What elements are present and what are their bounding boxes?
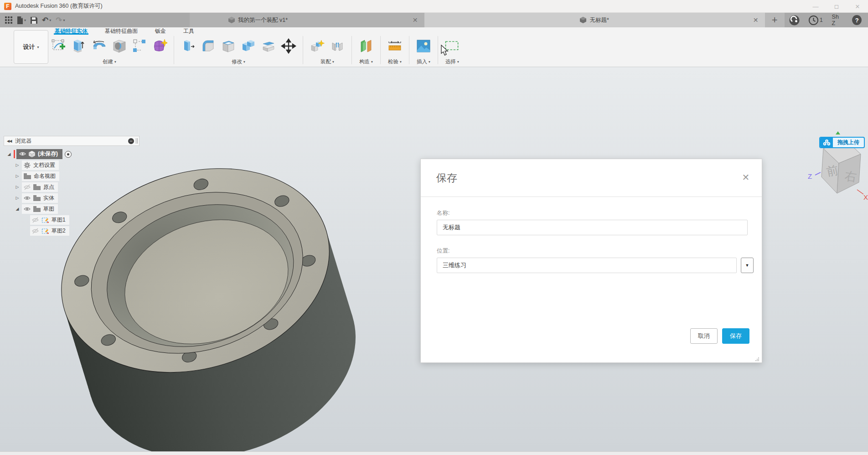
save-button[interactable]: 保存 (722, 328, 749, 344)
create-group-label[interactable]: 创建▾ (103, 58, 116, 65)
undo-icon[interactable]: ↶▾ (41, 16, 52, 25)
ribbon-separator (409, 36, 409, 64)
root-node-chip[interactable]: (未保存) (16, 149, 62, 159)
cancel-button[interactable]: 取消 (690, 328, 718, 344)
panel-grip[interactable] (136, 138, 138, 144)
fusion360-app: { "window": { "title": "Autodesk Fusion … (0, 0, 868, 455)
tree-row-root[interactable]: ◢ (未保存) (6, 149, 72, 160)
drag-upload-label: 拖拽上传 (833, 138, 864, 147)
move-icon[interactable] (280, 38, 297, 54)
notifications-cluster[interactable]: 1 (809, 16, 823, 25)
tab-document-1-close-icon[interactable]: ✕ (412, 16, 419, 24)
name-field-label: 名称: (437, 209, 450, 217)
drag-upload-button[interactable]: 拖拽上传 (819, 137, 865, 148)
collapsed-triangle-icon[interactable]: ▷ (15, 163, 20, 167)
tree-row-document-settings[interactable]: ▷ 文档设置 (6, 160, 72, 171)
hole-icon[interactable] (111, 38, 128, 54)
revolve-icon[interactable] (91, 38, 108, 54)
expanded-triangle-icon[interactable]: ◢ (6, 152, 12, 156)
press-pull-icon[interactable] (180, 38, 196, 54)
expanded-triangle-icon[interactable]: ◢ (15, 207, 20, 211)
eye-slash-icon[interactable] (32, 228, 39, 234)
construct-group-label[interactable]: 构造▾ (359, 58, 373, 65)
eye-icon[interactable] (24, 206, 31, 212)
tree-row-named-views[interactable]: ▷ 命名视图 (6, 171, 72, 181)
workspace-selector-button[interactable]: 设计 ▾ (14, 30, 48, 64)
ribbon-tabs: 基础特征实体 基础特征曲面 钣金 工具 (54, 27, 195, 35)
collapsed-triangle-icon[interactable]: ▷ (15, 196, 20, 200)
notification-count: 1 (820, 17, 823, 23)
ribbon-group-create: 创建▾ (51, 35, 168, 65)
name-input[interactable]: 无标题 (437, 220, 748, 235)
joint-icon[interactable] (329, 38, 346, 54)
extrude-icon[interactable] (71, 38, 88, 54)
new-component-icon[interactable] (309, 38, 326, 54)
ribbon: 设计 ▾ 基础特征实体 基础特征曲面 钣金 工具 (0, 27, 868, 67)
tree-row-bodies[interactable]: ▷ 实体 (6, 192, 72, 203)
dialog-close-icon[interactable]: ✕ (741, 172, 751, 183)
minimize-button[interactable]: — (805, 0, 826, 13)
measure-icon[interactable] (387, 38, 403, 54)
panel-minus-icon[interactable]: − (128, 138, 134, 144)
collapse-panel-icon[interactable]: ◀◀ (7, 139, 11, 143)
tree-row-sketches[interactable]: ◢ 草图 (6, 203, 72, 214)
ribbon-group-insert: 插入▾ (415, 35, 432, 65)
redo-icon[interactable]: ↷▾ (54, 16, 66, 25)
eye-icon[interactable] (19, 151, 26, 157)
close-button[interactable]: ✕ (847, 0, 868, 13)
select-group-label[interactable]: 选择▾ (445, 58, 459, 65)
insert-canvas-icon[interactable] (415, 38, 432, 54)
gear-icon (24, 162, 31, 169)
name-input-value: 无标题 (443, 223, 460, 232)
file-menu-icon[interactable]: ▾ (16, 16, 27, 24)
browser-panel-header[interactable]: ◀◀ 浏览器 − (4, 136, 140, 146)
title-bar: F Autodesk Fusion 360 (教育版许可) — □ ✕ (0, 0, 868, 13)
pattern-icon[interactable] (131, 38, 148, 54)
tab-document-1[interactable]: 我的第一个装配 v1* ✕ (190, 13, 424, 27)
eye-slash-icon[interactable] (24, 184, 31, 190)
new-document-tab-button[interactable]: + (765, 13, 785, 27)
ribbon-tab-solid[interactable]: 基础特征实体 (54, 27, 88, 35)
assemble-group-label[interactable]: 装配▾ (320, 58, 334, 65)
combine-icon[interactable] (240, 38, 257, 54)
save-dialog-body: 名称: 无标题 位置: 三维练习 ▼ 取消 保存 (421, 197, 762, 363)
a360-cloud-icon (820, 138, 833, 147)
insert-group-label[interactable]: 插入▾ (417, 58, 430, 65)
collapsed-triangle-icon[interactable]: ▷ (15, 185, 20, 189)
model-flanged-cap[interactable] (41, 156, 397, 455)
inspect-group-label[interactable]: 检验▾ (388, 58, 402, 65)
activate-component-radio[interactable] (65, 151, 72, 158)
dialog-resize-grip[interactable] (755, 357, 759, 361)
fillet-icon[interactable] (200, 38, 217, 54)
location-dropdown-button[interactable]: ▼ (741, 258, 754, 273)
maximize-button[interactable]: □ (826, 0, 847, 13)
job-status-icon[interactable] (789, 15, 800, 26)
tree-row-sketch2[interactable]: 草图2 (6, 225, 72, 236)
create-form-icon[interactable] (151, 38, 168, 54)
ribbon-separator (303, 36, 303, 64)
viewport-3d[interactable]: ◀◀ 浏览器 − ◢ (未保存) ▷ 文档设置 ▷ (0, 67, 868, 451)
status-bar (0, 451, 868, 455)
modify-group-label[interactable]: 修改▾ (232, 58, 245, 65)
construction-plane-icon[interactable] (358, 38, 374, 54)
location-input[interactable]: 三维练习 (437, 258, 737, 273)
ribbon-tab-sheetmetal[interactable]: 钣金 (154, 27, 167, 35)
split-body-icon[interactable] (260, 38, 277, 54)
tab-document-2[interactable]: 无标题* ✕ (424, 13, 765, 27)
help-icon[interactable]: ? (852, 15, 862, 25)
tree-row-sketch1[interactable]: 草图1 (6, 214, 72, 225)
save-icon[interactable] (29, 17, 39, 24)
eye-slash-icon[interactable] (32, 217, 39, 223)
user-account-button[interactable]: Sh Z (832, 14, 843, 26)
ribbon-tab-surface[interactable]: 基础特征曲面 (104, 27, 139, 35)
document-cube-icon (580, 17, 586, 23)
ribbon-body: 创建▾ (51, 35, 460, 65)
eye-icon[interactable] (24, 195, 31, 201)
app-grid-icon[interactable] (4, 16, 14, 24)
tab-document-2-close-icon[interactable]: ✕ (752, 16, 760, 24)
collapsed-triangle-icon[interactable]: ▷ (15, 174, 20, 178)
tree-row-origin[interactable]: ▷ 原点 (6, 181, 72, 192)
shell-icon[interactable] (220, 38, 237, 54)
ribbon-tab-tools[interactable]: 工具 (182, 27, 195, 35)
create-sketch-icon[interactable] (51, 38, 67, 54)
